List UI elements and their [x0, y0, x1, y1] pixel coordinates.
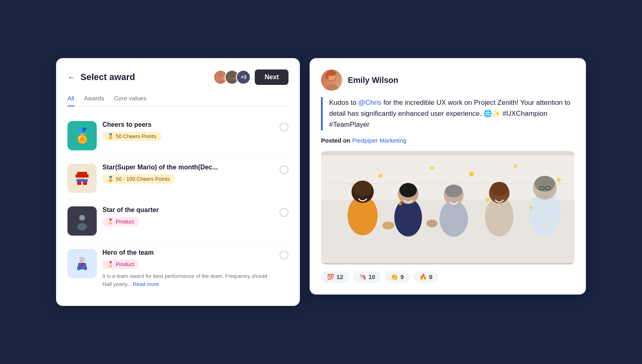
- svg-point-0: [218, 73, 223, 78]
- panel-title: Select award: [80, 72, 135, 82]
- award-radio[interactable]: [280, 123, 288, 132]
- svg-point-39: [490, 182, 508, 196]
- reaction-count: 9: [400, 273, 403, 280]
- svg-point-31: [394, 198, 422, 236]
- reactions-row: 💯 12 🦄 10 👏 9 🔥 9: [321, 271, 575, 283]
- svg-rect-4: [77, 172, 87, 174]
- award-description: It is a team award for best performance …: [102, 272, 274, 288]
- svg-point-55: [382, 221, 394, 230]
- svg-point-1: [217, 79, 225, 84]
- svg-point-46: [378, 174, 382, 178]
- svg-point-3: [228, 79, 236, 84]
- tab-all[interactable]: All: [67, 95, 74, 106]
- tab-awards[interactable]: Awards: [84, 95, 104, 106]
- avatars-group: +3: [213, 70, 251, 84]
- svg-point-51: [486, 197, 490, 202]
- post-body: Kudos to @Chris for the incredible UX wo…: [321, 97, 575, 130]
- svg-point-52: [529, 206, 533, 209]
- svg-rect-6: [78, 178, 80, 179]
- badge-icon: 🎖️: [107, 219, 114, 225]
- read-more-link[interactable]: Read more: [133, 281, 159, 287]
- reaction-count: 12: [336, 273, 343, 280]
- posted-on: Posted on Piedpiper Marketing: [321, 137, 406, 144]
- badge-icon: 🎖️: [107, 261, 114, 267]
- award-radio[interactable]: [280, 208, 288, 217]
- post-panel: Emily Wilson Kudos to @Chris for the inc…: [310, 58, 586, 295]
- post-header: Emily Wilson: [321, 69, 575, 91]
- reaction-emoji: 🔥: [419, 273, 427, 281]
- reaction-emoji: 👏: [390, 273, 398, 281]
- reaction-emoji: 💯: [327, 273, 334, 281]
- svg-point-11: [79, 215, 85, 221]
- award-list: 🏅 Cheers to peers 🏅 50 Cheers Points: [67, 115, 288, 295]
- award-item[interactable]: 🏅 Cheers to peers 🏅 50 Cheers Points: [67, 115, 288, 157]
- svg-point-42: [535, 176, 555, 192]
- award-item[interactable]: Star of the quarter 🎖️ Product: [67, 200, 288, 243]
- reaction-chip[interactable]: 💯 12: [321, 271, 349, 283]
- award-radio[interactable]: [280, 251, 288, 260]
- svg-rect-8: [76, 179, 88, 182]
- svg-rect-16: [77, 266, 80, 270]
- badge-text: Product: [116, 219, 134, 225]
- reaction-chip[interactable]: 🔥 9: [414, 271, 438, 283]
- svg-rect-9: [77, 182, 81, 185]
- header-left: ← Select award: [67, 72, 135, 82]
- award-name: Hero of the team: [102, 249, 274, 256]
- award-badge: 🎖️ Product: [102, 260, 139, 269]
- reaction-chip[interactable]: 👏 9: [385, 271, 409, 283]
- author-name: Emily Wilson: [348, 76, 398, 85]
- mention[interactable]: @Chris: [358, 99, 382, 106]
- reaction-chip[interactable]: 🦄 10: [353, 271, 381, 283]
- award-thumb: 🏅: [67, 121, 97, 150]
- svg-point-33: [399, 183, 417, 197]
- svg-point-48: [469, 171, 474, 176]
- badge-text: 50 - 100 Cheers Points: [116, 176, 170, 182]
- award-item[interactable]: Star(Super Mario) of the month(Dec... 🏅 …: [67, 157, 288, 200]
- select-award-panel: ← Select award: [56, 58, 300, 306]
- badge-icon: 🏅: [107, 176, 114, 182]
- award-info: Cheers to peers 🏅 50 Cheers Points: [102, 121, 274, 141]
- post-image: [321, 151, 575, 264]
- svg-point-56: [426, 219, 437, 228]
- award-thumb: [67, 249, 97, 278]
- svg-point-53: [351, 182, 354, 185]
- award-badge: 🎖️ Product: [102, 217, 139, 226]
- svg-rect-25: [321, 152, 575, 155]
- svg-rect-10: [83, 182, 87, 185]
- reaction-count: 10: [369, 273, 375, 280]
- award-name: Star of the quarter: [102, 206, 274, 214]
- reaction-count: 9: [429, 273, 432, 280]
- award-badge: 🏅 50 - 100 Cheers Points: [102, 174, 175, 184]
- svg-rect-7: [80, 178, 85, 179]
- svg-point-50: [399, 202, 402, 205]
- tab-core-values[interactable]: Core values: [114, 95, 146, 106]
- award-thumb: [67, 206, 97, 236]
- author-avatar: [321, 69, 342, 91]
- award-radio[interactable]: [280, 165, 288, 174]
- award-info: Star of the quarter 🎖️ Product: [102, 206, 274, 226]
- svg-point-30: [353, 180, 372, 196]
- svg-rect-5: [76, 174, 89, 178]
- svg-point-34: [440, 200, 468, 237]
- next-button[interactable]: Next: [255, 69, 288, 85]
- posted-on-location[interactable]: Piedpiper Marketing: [352, 137, 406, 144]
- panel-header: ← Select award: [67, 69, 288, 85]
- svg-point-12: [77, 223, 87, 230]
- award-badge: 🏅 50 Cheers Points: [102, 132, 161, 141]
- avatar-plus: +3: [236, 70, 251, 84]
- tabs: All Awards Core values: [67, 95, 288, 106]
- post-text-before: Kudos to: [329, 99, 358, 106]
- award-item[interactable]: Hero of the team 🎖️ Product It is a team…: [67, 243, 288, 295]
- award-info: Star(Super Mario) of the month(Dec... 🏅 …: [102, 164, 274, 184]
- svg-point-54: [557, 178, 561, 182]
- reaction-emoji: 🦄: [359, 273, 367, 281]
- header-right: +3 Next: [213, 69, 288, 85]
- svg-point-47: [430, 166, 434, 169]
- post-footer: Posted on Piedpiper Marketing: [321, 137, 575, 144]
- award-name: Star(Super Mario) of the month(Dec...: [102, 164, 274, 171]
- svg-point-36: [445, 184, 462, 197]
- svg-rect-17: [84, 266, 87, 270]
- svg-point-22: [325, 73, 329, 79]
- back-button[interactable]: ←: [67, 73, 76, 81]
- award-name: Cheers to peers: [102, 121, 274, 128]
